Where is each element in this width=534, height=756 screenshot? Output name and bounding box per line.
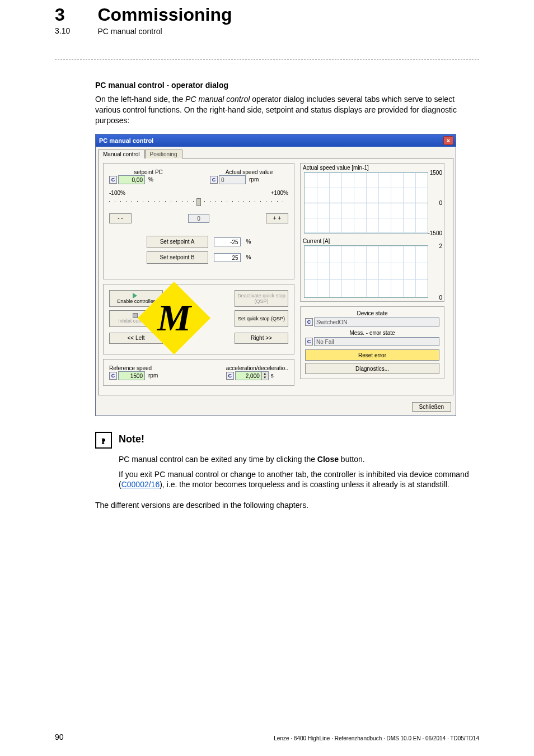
setpoint-pc-unit: % [148,176,153,183]
jog-right-button[interactable]: Right >> [235,333,288,344]
decrement-button[interactable]: - - [109,213,132,223]
c-badge-icon[interactable]: C [305,338,313,346]
speed-plot-card: Actual speed value [min-1] 1500 0 -1500 … [300,163,444,302]
deactivate-qsp-button[interactable]: Deactivate quick stop (QSP) [235,290,288,307]
c-badge-icon[interactable]: C [109,372,117,380]
accel-stepper[interactable]: ▲▼ [262,371,269,380]
note-heading: Note! [119,433,144,445]
reset-error-button[interactable]: Reset error [305,349,439,361]
footer-info: Lenze · 8400 HighLine · Referenzhandbuch… [274,735,479,741]
intro-paragraph: On the left-hand side, the PC manual con… [95,94,479,126]
setpoint-a-value[interactable]: -25 [214,237,241,246]
controller-group: M Enable controller Deactivate quick sto… [103,284,294,354]
setpoint-pc-value[interactable]: 0,00 [118,175,145,184]
close-icon[interactable]: × [443,136,453,145]
speed-plot-title: Actual speed value [min-1] [301,164,444,171]
tab-manual-control[interactable]: Manual control [98,150,145,158]
error-state-value: No Fail [314,337,439,346]
speed-tick-bot: -1500 [428,230,442,236]
setpoint-pc-label: setpoint PC [109,169,188,175]
slider-value: 0 [188,214,209,223]
jog-left-button[interactable]: << Left [109,333,163,344]
section-number: 3.10 [55,26,95,35]
stop-icon [133,313,138,318]
speed-plot: 1500 0 -1500 [304,172,428,234]
code-link[interactable]: C00002/16 [121,480,160,489]
outro-paragraph: The different versions are described in … [55,500,479,511]
chapter-number: 3 [55,4,95,25]
play-icon [133,293,137,298]
section-title: PC manual control [97,27,162,36]
set-setpoint-a-button[interactable]: Set setpoint A [147,236,208,248]
reference-group: Reference speed C 1500 rpm acceleration/… [103,359,294,386]
pc-manual-control-dialog: PC manual control × Manual controlPositi… [95,134,456,416]
enable-controller-button[interactable]: Enable controller [109,290,163,307]
c-badge-icon[interactable]: C [226,372,234,380]
reference-speed-unit: rpm [148,372,158,379]
info-icon: •ı [95,432,112,449]
setpoint-b-unit: % [246,254,251,260]
c-badge-icon[interactable]: C [305,318,313,326]
c-badge-icon[interactable]: C [210,176,218,184]
slider-min-label: -100% [109,190,125,196]
set-qsp-button[interactable]: Set quick stop (QSP) [235,310,288,327]
current-tick-bot: 0 [439,294,442,300]
note-line-2: If you exit PC manual control or change … [119,469,479,491]
setpoint-a-unit: % [246,239,251,245]
device-state-label: Device state [305,310,439,316]
tab-positioning[interactable]: Positioning [145,150,182,158]
accel-decel-unit: s [271,372,274,379]
speed-tick-top: 1500 [430,169,442,175]
chapter-title: Commissioning [97,4,232,25]
c-badge-icon[interactable]: C [109,176,117,184]
separator-dashes [55,59,479,59]
diagnostics-button[interactable]: Diagnostics... [305,363,439,374]
current-plot-title: Current [A] [301,237,444,244]
reference-speed-value[interactable]: 1500 [118,371,145,380]
actual-speed-unit: rpm [249,176,259,183]
setpoint-group: setpoint PC C 0,00 % Actual speed value [103,163,294,279]
speed-tick-mid: 0 [439,199,442,206]
setpoint-b-value[interactable]: 25 [214,253,241,262]
setpoint-slider[interactable]: -100% +100% [109,190,288,210]
intro-heading: PC manual control - operator dialog [95,81,479,90]
current-tick-top: 2 [439,242,442,249]
actual-speed-value: 0 [219,175,246,184]
accel-decel-label: acceleration/deceleratio.. [226,365,288,371]
inhibit-controller-button[interactable]: Inhibit controller [109,310,163,327]
error-state-label: Mess. - error state [305,330,439,336]
accel-decel-value[interactable]: 2,000 [235,371,262,380]
page-number: 90 [55,732,64,741]
current-plot: 2 0 [304,245,428,298]
close-button[interactable]: Schließen [412,402,451,412]
dialog-titlebar: PC manual control × [96,134,456,147]
slider-thumb[interactable] [196,198,201,206]
increment-button[interactable]: + + [266,213,288,223]
reference-speed-label: Reference speed [109,365,158,371]
slider-max-label: +100% [271,190,288,196]
set-setpoint-b-button[interactable]: Set setpoint B [147,251,208,264]
state-group: Device state C SwitchedON Mess. - error … [300,306,444,379]
dialog-title: PC manual control [99,137,443,144]
actual-speed-label: Actual speed value [210,169,288,175]
note-line-1: PC manual control can be exited any time… [119,454,479,465]
device-state-value: SwitchedON [314,318,439,326]
